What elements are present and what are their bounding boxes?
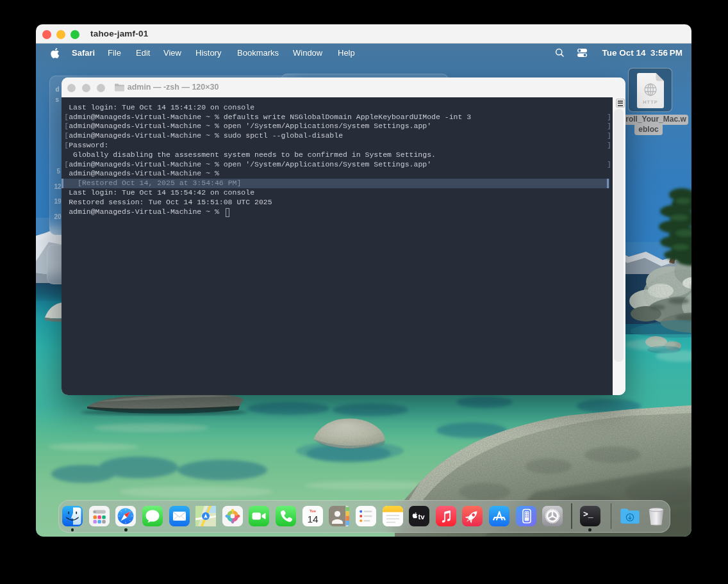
svg-text:14: 14 [307,514,318,524]
svg-text:Tue: Tue [310,509,317,513]
svg-text:HTTP: HTTP [643,99,658,104]
svg-text:>_: >_ [583,510,593,519]
svg-text:tv: tv [418,513,426,521]
